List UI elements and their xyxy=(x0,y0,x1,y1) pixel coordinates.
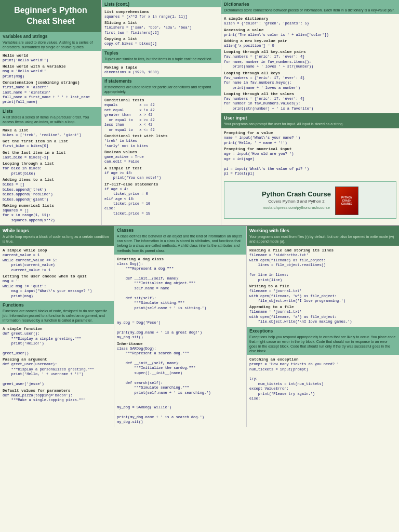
loop-vals-code: fav_numbers = {'eric': 17, 'ever': 4} fo… xyxy=(224,97,396,111)
default-vals-title: Default values for parameters xyxy=(3,389,111,393)
simple-dict-code: alien = {'color': 'green', 'points': 5} xyxy=(224,21,396,26)
bool-code: game_active = True can_edit = False xyxy=(104,155,218,165)
access-val-title: Accessing a value xyxy=(224,28,396,32)
exceptions-header: Exceptions xyxy=(247,327,399,334)
exceptions-desc: Exceptions help you respond appropriatel… xyxy=(247,334,399,355)
book-link[interactable]: nostarchpress.com/pythoncrashcourse xyxy=(262,205,331,210)
title-line1: Beginner's Python xyxy=(14,6,87,15)
slice-code: finishers = ['sam', 'bob', 'ada', 'bea']… xyxy=(104,25,218,35)
files-desc: Your programs can read from files (r) by… xyxy=(247,234,399,246)
concat-code: first_name = 'albert' last_name = 'einst… xyxy=(3,85,99,105)
write-file-code: filename = 'journal.txt' with open(filen… xyxy=(249,289,396,303)
copy-code: copy_of_bikes = bikes[:] xyxy=(104,42,218,46)
write-file-title: Writing to a file xyxy=(249,284,396,288)
lists-cont-header: Lists (cont.) xyxy=(102,0,221,7)
loop-kv-code: fav_numbers = {'eric': 17, 'ever': 4} fo… xyxy=(224,55,396,69)
page: Beginner's Python Cheat Sheet Variables … xyxy=(0,0,399,427)
append-file-code: filename = 'journal.txt' with open(filen… xyxy=(249,310,396,324)
hello-var-code: msg = 'Hello world!' print(msg) xyxy=(3,69,99,79)
if-content: Conditional tests equals x == 42 net equ… xyxy=(102,96,221,218)
add-items-code: bikes = [] bikes.append('trek') bikes.ap… xyxy=(3,182,99,202)
list-comp-code: squares = [x**2 for x in range(1, 11)] xyxy=(104,15,218,19)
cond-tests-code: equals x == 42 net equal x != 42 greater… xyxy=(104,103,218,132)
user-quit-title: Letting the user choose when to quit xyxy=(3,274,111,278)
user-quit-code: msg = '' while msg != 'quit': msg = inpu… xyxy=(3,279,111,299)
make-tuple-code: dimensions = (1920, 1080) xyxy=(104,70,218,75)
read-file-code: filename = 'siddhartha.txt' with open(fi… xyxy=(249,253,396,283)
slice-title: Slicing a list xyxy=(104,21,218,25)
simple-func-code: def greet_user(): """Display a simple gr… xyxy=(3,331,111,356)
first-item-title: Get the first item in a list xyxy=(3,139,99,143)
col-right: Dictionaries Dictionaries store connecti… xyxy=(221,0,399,225)
simple-if-code: if age >= 18: print('You can vote!') xyxy=(104,171,218,181)
bottom-section: While loops A while loop repeats a block… xyxy=(0,225,399,427)
cond-lists-code: 'trek' in bikes 'surly' not in bikes xyxy=(104,139,218,149)
user-input-header: User input xyxy=(221,113,399,121)
make-list-code: bikes = ['trek', 'redline', 'giant'] xyxy=(3,133,99,138)
loop-vals-title: Looping through all the values xyxy=(224,92,396,96)
hello-world-code: print('Hello world!') xyxy=(3,58,99,63)
functions-content: A simple function def greet_user(): """D… xyxy=(0,324,114,405)
files-header: Working with files xyxy=(247,226,399,234)
append-file-title: Appending to a file xyxy=(249,305,396,309)
classes-desc: A class defines the behavior of an objec… xyxy=(114,233,246,254)
simple-if-title: A simple if test xyxy=(104,166,218,170)
add-kv-title: Adding a new key-value pair xyxy=(224,39,396,43)
create-dog-code: class Dog(): """Represent a dog.""" def … xyxy=(117,262,244,340)
copy-title: Copying a list xyxy=(104,37,218,41)
classes-header: Classes xyxy=(114,226,246,233)
loop-keys-title: Looping through all keys xyxy=(224,71,396,75)
simple-while-code: current_value = 1 while current_value <=… xyxy=(3,253,111,273)
title-line2: Cheat Sheet xyxy=(26,17,74,25)
col-left: Beginner's Python Cheat Sheet Variables … xyxy=(0,0,101,225)
col-bot-left: While loops A while loop repeats a block… xyxy=(0,226,114,427)
inheritance-title: Inheritance xyxy=(117,342,244,346)
col-bot-right: Working with files Your programs can rea… xyxy=(247,226,399,427)
ifelifelse-code: if age < 4: ticket_price = 0 elif age < … xyxy=(104,187,218,217)
hello-var-title: Hello world with a variable xyxy=(3,64,99,69)
col-mid: Lists (cont.) List comprehensions square… xyxy=(101,0,221,225)
if-header: If statements xyxy=(102,77,221,84)
prompt-num-code: age = input('How old are you? ') age = i… xyxy=(224,152,396,176)
dict-desc: Dictionaries store connections between p… xyxy=(221,7,399,14)
dict-header: Dictionaries xyxy=(221,0,399,7)
create-dog-title: Creating a dog class xyxy=(117,257,244,261)
lists-cont-content: List comprehensions squares = [x**2 for … xyxy=(102,7,221,49)
user-input-desc: Your programs can prompt the user for in… xyxy=(221,121,399,128)
simple-func-title: A simple function xyxy=(3,327,111,331)
pass-arg-code: def greet_user(username): """Display a p… xyxy=(3,362,111,387)
lists-content: Make a list bikes = ['trek', 'redline', … xyxy=(0,126,101,225)
inheritance-code: class SARDog(Dog): """Represent a search… xyxy=(117,347,244,425)
list-comp-title: List comprehensions xyxy=(104,10,218,14)
while-desc: A while loop repeats a block of code as … xyxy=(0,234,114,246)
exceptions-content: Catching an exception prompt = 'How many… xyxy=(247,355,399,404)
num-lists-code: squares = [] for x in range(1, 11): squa… xyxy=(3,208,99,223)
tuples-content: Making a tuple dimensions = (1920, 1080) xyxy=(102,63,221,77)
loop-kv-title: Looping through all key-value pairs xyxy=(224,50,396,54)
bool-title: Boolean values xyxy=(104,150,218,154)
catch-exc-title: Catching an exception xyxy=(249,357,396,362)
variables-header: Variables and Strings xyxy=(0,32,101,39)
prompt-val-title: Prompting for a value xyxy=(224,131,396,135)
lists-header: Lists xyxy=(0,107,101,114)
last-item-code: last_bike = bikes[-1] xyxy=(3,155,99,160)
files-content: Reading a file and storing its lines fil… xyxy=(247,246,399,326)
col-bot-mid: Classes A class defines the behavior of … xyxy=(114,226,247,427)
book-cover-image: PYTHONCRASHCOURSE xyxy=(335,187,358,215)
last-item-title: Get the last item in a list xyxy=(3,151,99,155)
functions-desc: Functions are named blocks of code, desi… xyxy=(0,308,114,324)
loop-keys-code: fav_numbers = {'eric': 17, 'ever': 4} fo… xyxy=(224,76,396,90)
if-desc: If statements are used to test for parti… xyxy=(102,84,221,96)
concat-title: Concatenation (combining strings) xyxy=(3,81,99,85)
num-lists-title: Making numerical lists xyxy=(3,204,99,208)
variables-desc: Variables are used to store values. A st… xyxy=(0,39,101,51)
prompt-val-code: name = input('What\'s your name? ') prin… xyxy=(224,136,396,145)
cond-lists-title: Conditional test with lists xyxy=(104,134,218,138)
book-subtitle: Covers Python 3 and Python 2 xyxy=(262,199,331,204)
book-title: Python Crash Course xyxy=(262,190,331,198)
book-promo: Python Crash Course Covers Python 3 and … xyxy=(224,181,396,219)
catch-exc-code: prompt = 'How many tickets do you need? … xyxy=(249,362,396,402)
pass-arg-title: Passing an argument xyxy=(3,357,111,362)
access-val-code: print('The alien\'s color is ' + alien['… xyxy=(224,33,396,37)
lists-desc: A list stores a series of items in a par… xyxy=(0,114,101,126)
